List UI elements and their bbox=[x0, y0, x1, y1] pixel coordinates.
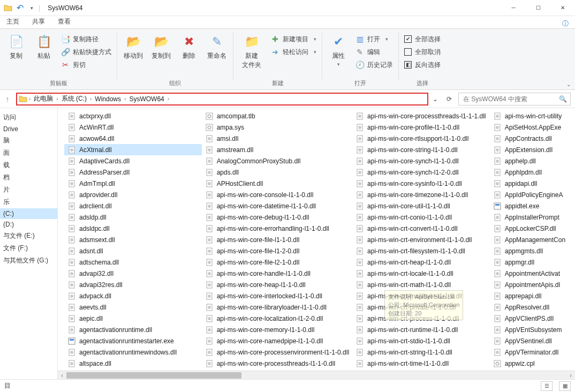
file-item[interactable]: api-ms-win-crt-utility bbox=[490, 110, 575, 122]
edit-button[interactable]: ✎编辑 bbox=[353, 46, 395, 58]
file-item[interactable]: agentactivationruntime.dll bbox=[64, 324, 202, 335]
file-item[interactable]: ApiSetHost.AppExe bbox=[490, 122, 575, 133]
file-item[interactable]: api-ms-win-core-rtlsupport-l1-1-0.dll bbox=[352, 133, 490, 144]
file-item[interactable]: appidtel.exe bbox=[490, 200, 575, 212]
file-item[interactable]: appwiz.cpl bbox=[490, 358, 575, 369]
nav-item[interactable]: 面 bbox=[0, 147, 57, 159]
file-item[interactable]: AppIdPolicyEngineA bbox=[490, 189, 575, 200]
close-button[interactable]: ✕ bbox=[550, 0, 575, 16]
chevron-right-icon[interactable]: › bbox=[29, 96, 31, 102]
file-item[interactable]: api-ms-win-core-datetime-l1-1-0.dll bbox=[202, 200, 352, 212]
file-item[interactable]: api-ms-win-core-heap-l1-1-0.dll bbox=[202, 279, 352, 290]
file-item[interactable]: agentactivationruntimestarter.exe bbox=[64, 335, 202, 346]
file-item[interactable]: AppManagementCon bbox=[490, 234, 575, 245]
breadcrumb-segment[interactable]: Windows bbox=[93, 95, 123, 103]
file-item[interactable]: api-ms-win-crt-process-l1-1-0.dll bbox=[352, 313, 490, 324]
nav-item[interactable]: (C:) bbox=[0, 208, 57, 219]
file-item[interactable]: AcWinRT.dll bbox=[64, 122, 202, 133]
file-item[interactable]: api-ms-win-core-synch-l1-2-0.dll bbox=[352, 167, 490, 178]
undo-icon[interactable]: ↶ bbox=[15, 3, 25, 13]
chevron-right-icon[interactable]: › bbox=[56, 96, 58, 102]
details-view-button[interactable]: ☰ bbox=[541, 381, 553, 391]
file-item[interactable]: AppResolver.dll bbox=[490, 301, 575, 313]
file-item[interactable]: api-ms-win-core-processthreads-l1-1-0.dl… bbox=[202, 358, 352, 369]
file-item[interactable]: AdaptiveCards.dll bbox=[64, 155, 202, 167]
file-item[interactable]: api-ms-win-core-synch-l1-1-0.dll bbox=[352, 155, 490, 167]
history-button[interactable]: 🕘历史记录 bbox=[353, 59, 395, 71]
open-button[interactable]: ▥打开▾ bbox=[353, 33, 395, 45]
file-item[interactable]: amcompat.tlb bbox=[202, 110, 352, 122]
scrollbar-thumb[interactable] bbox=[66, 372, 241, 379]
file-item[interactable]: AdmTmpl.dll bbox=[64, 178, 202, 189]
file-item[interactable]: AppointmentActivat bbox=[490, 268, 575, 279]
collapse-ribbon-icon[interactable]: ⌄ bbox=[566, 81, 571, 87]
file-item[interactable]: APHostClient.dll bbox=[202, 178, 352, 189]
file-item[interactable]: AnalogCommonProxyStub.dll bbox=[202, 155, 352, 167]
file-item[interactable]: api-ms-win-core-processenvironment-l1-1-… bbox=[202, 346, 352, 358]
nav-item[interactable]: 乐 bbox=[0, 196, 57, 208]
file-item[interactable]: AppVClientPS.dll bbox=[490, 313, 575, 324]
file-item[interactable]: adsnt.dll bbox=[64, 245, 202, 257]
chevron-right-icon[interactable]: › bbox=[168, 96, 169, 102]
file-item[interactable]: api-ms-win-core-file-l1-1-0.dll bbox=[202, 234, 352, 245]
file-item[interactable]: api-ms-win-core-sysinfo-l1-1-0.dll bbox=[352, 178, 490, 189]
copy-to-button[interactable]: 📂复制到 bbox=[148, 31, 174, 61]
select-none-button[interactable]: 全部取消 bbox=[402, 46, 443, 58]
file-item[interactable]: api-ms-win-core-profile-l1-1-0.dll bbox=[352, 122, 490, 133]
file-item[interactable]: altspace.dll bbox=[64, 358, 202, 369]
nav-item[interactable]: 文件 (F:) bbox=[0, 242, 57, 254]
nav-pane[interactable]: 访问Drive脑面载档片乐(C:)(D:)与文件 (E:)文件 (F:)与其他文… bbox=[0, 108, 58, 379]
file-item[interactable]: api-ms-win-core-string-l1-1-0.dll bbox=[352, 144, 490, 155]
file-item[interactable]: api-ms-win-core-memory-l1-1-0.dll bbox=[202, 324, 352, 335]
nav-item[interactable]: 脑 bbox=[0, 134, 57, 147]
file-item[interactable]: api-ms-win-crt-locale-l1-1-0.dll bbox=[352, 268, 490, 279]
file-item[interactable]: api-ms-win-core-file-l1-2-0.dll bbox=[202, 245, 352, 257]
file-item[interactable]: AddressParser.dll bbox=[64, 167, 202, 178]
file-item[interactable]: api-ms-win-core-console-l1-1-0.dll bbox=[202, 189, 352, 200]
file-item[interactable]: adprovider.dll bbox=[64, 189, 202, 200]
new-folder-button[interactable]: 📁新建 文件夹 bbox=[237, 31, 267, 70]
minimize-button[interactable]: ─ bbox=[501, 0, 526, 16]
maximize-button[interactable]: ☐ bbox=[526, 0, 550, 16]
file-item[interactable]: advpack.dll bbox=[64, 290, 202, 301]
file-item[interactable]: AcXtrnal.dll bbox=[64, 144, 202, 155]
tab-view[interactable]: 查看 bbox=[51, 15, 77, 28]
file-item[interactable]: ampa.sys bbox=[202, 122, 352, 133]
nav-item[interactable]: 档 bbox=[0, 171, 57, 184]
file-item[interactable]: api-ms-win-core-localization-l1-2-0.dll bbox=[202, 313, 352, 324]
file-item[interactable]: api-ms-win-core-file-l2-1-0.dll bbox=[202, 257, 352, 268]
file-item[interactable]: amsi.dll bbox=[202, 133, 352, 144]
file-item[interactable]: advapi32res.dll bbox=[64, 279, 202, 290]
file-item[interactable]: api-ms-win-crt-math-l1-1-0.dll bbox=[352, 279, 490, 290]
tab-home[interactable]: 主页 bbox=[0, 15, 26, 28]
breadcrumb-segment[interactable]: SysWOW64 bbox=[127, 95, 166, 103]
file-item[interactable]: api-ms-win-core-libraryloader-l1-1-0.dll bbox=[202, 301, 352, 313]
file-item[interactable]: api-ms-win-crt-time-l1-1-0.dll bbox=[352, 358, 490, 369]
file-item[interactable]: appidapi.dll bbox=[490, 178, 575, 189]
delete-button[interactable]: ✖删除 bbox=[176, 31, 202, 61]
file-item[interactable]: AppointmentApis.dl bbox=[490, 279, 575, 290]
easy-access-button[interactable]: ➜轻松访问▾ bbox=[269, 46, 319, 58]
file-item[interactable]: api-ms-win-crt-multibyte-l1-1-0.dll bbox=[352, 290, 490, 301]
file-item[interactable]: AppVSentinel.dll bbox=[490, 335, 575, 346]
file-item[interactable]: api-ms-win-crt-runtime-l1-1-0.dll bbox=[352, 324, 490, 335]
horizontal-scrollbar[interactable]: ‹ › bbox=[58, 371, 575, 379]
nav-item[interactable]: 与其他文件 (G:) bbox=[0, 254, 57, 267]
file-item[interactable]: apprepapi.dll bbox=[490, 290, 575, 301]
search-icon[interactable]: 🔍 bbox=[559, 95, 567, 103]
file-item[interactable]: api-ms-win-core-interlocked-l1-1-0.dll bbox=[202, 290, 352, 301]
chevron-right-icon[interactable]: › bbox=[124, 96, 126, 102]
paste-button[interactable]: 📋粘贴 bbox=[31, 31, 57, 61]
file-item[interactable]: api-ms-win-crt-private-l1-1-0.dll bbox=[352, 301, 490, 313]
new-item-button[interactable]: ✚新建项目▾ bbox=[269, 33, 319, 45]
file-item[interactable]: Apphlpdm.dll bbox=[490, 167, 575, 178]
nav-item[interactable]: Drive bbox=[0, 124, 57, 134]
breadcrumb[interactable]: › 此电脑 › 系统 (C:) › Windows › SysWOW64 › bbox=[16, 93, 428, 105]
file-item[interactable]: advapi32.dll bbox=[64, 268, 202, 279]
chevron-right-icon[interactable]: › bbox=[90, 96, 92, 102]
file-item[interactable]: api-ms-win-core-errorhandling-l1-1-0.dll bbox=[202, 223, 352, 234]
qat-dropdown-icon[interactable]: ▾ bbox=[27, 3, 36, 13]
search-box[interactable]: 🔍 bbox=[458, 93, 571, 105]
select-all-button[interactable]: ✔全部选择 bbox=[402, 33, 443, 45]
refresh-button[interactable]: ⟳ bbox=[442, 95, 456, 103]
